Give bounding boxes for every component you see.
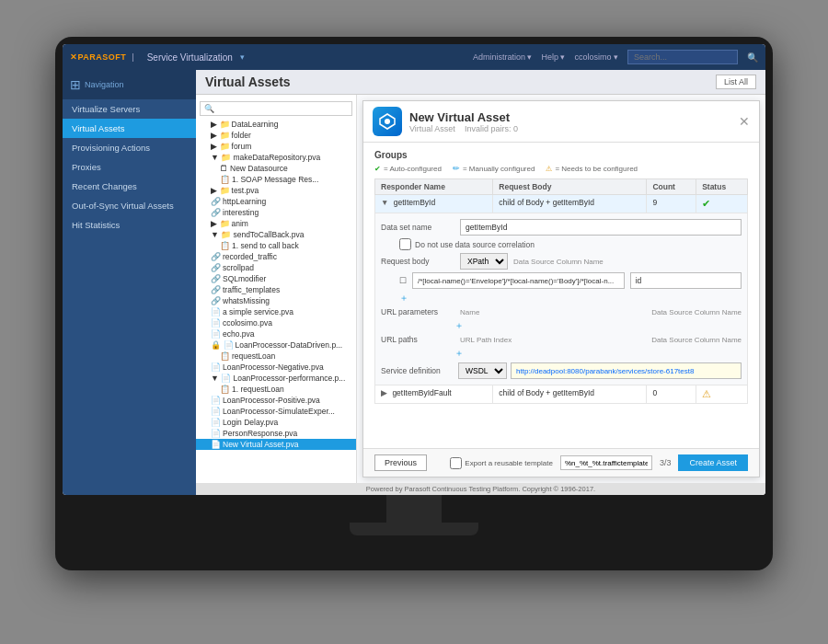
sidebar: ⊞ Navigation Virtualize Servers Virtual … xyxy=(63,70,196,495)
groups-table: Responder Name Request Body Count Status xyxy=(374,178,748,404)
tree-item[interactable]: ▼ 📄 LoanProcessor-performance.p... xyxy=(196,373,356,384)
dialog-panel: New Virtual Asset Virtual Asset Invalid … xyxy=(357,95,765,483)
groups-section-title: Groups xyxy=(374,150,748,160)
tree-item[interactable]: ▶ 📁 test.pva xyxy=(196,185,356,196)
row-expand-btn[interactable]: ▼ xyxy=(381,198,388,207)
monitor-screen: ✕PARASOFT | Service Virtualization ▾ Adm… xyxy=(63,44,765,495)
status-check-icon: ✔ xyxy=(702,198,710,209)
add-url-path-icon[interactable]: ＋ xyxy=(454,347,464,360)
sidebar-item-out-of-sync[interactable]: Out-of-Sync Virtual Assets xyxy=(63,196,196,215)
xpath-row2: ＋ xyxy=(399,292,742,305)
footer-bar: Powered by Parasoft Continuous Testing P… xyxy=(196,483,765,495)
tree-item[interactable]: 📄 Login Delay.pva xyxy=(196,417,356,428)
admin-menu[interactable]: Administration ▾ xyxy=(473,52,533,62)
dialog-title: New Virtual Asset xyxy=(409,110,518,124)
dialog-close-button[interactable]: ✕ xyxy=(739,114,750,129)
dialog-title-area: New Virtual Asset Virtual Asset Invalid … xyxy=(373,107,518,136)
tree-item[interactable]: 🗒 New Datasource xyxy=(196,163,356,174)
navbar-search-input[interactable] xyxy=(627,50,738,64)
svg-point-1 xyxy=(385,119,390,124)
sidebar-item-hit-statistics[interactable]: Hit Statistics xyxy=(63,215,196,235)
template-name-input[interactable] xyxy=(560,455,652,470)
list-all-button[interactable]: List All xyxy=(716,75,756,89)
footer-left: Previous xyxy=(374,454,427,471)
sidebar-item-virtualize-servers[interactable]: Virtualize Servers xyxy=(63,99,196,119)
tree-item[interactable]: 📄 ccolosimo.pva xyxy=(196,317,356,328)
tree-item[interactable]: 🔗 httpLearning xyxy=(196,196,356,207)
monitor: ✕PARASOFT | Service Virtualization ▾ Adm… xyxy=(55,37,773,570)
title-dropdown-icon[interactable]: ▾ xyxy=(240,52,245,62)
sidebar-item-proxies[interactable]: Proxies xyxy=(63,157,196,177)
tree-item[interactable]: ▼ 📁 makeDataRepository.pva xyxy=(196,152,356,163)
tree-item[interactable]: 📋 1. requestLoan xyxy=(196,384,356,395)
tree-item[interactable]: ▶ 📁 DataLearning xyxy=(196,119,356,130)
dialog-body: Groups ✔ = Auto-configured ✏ xyxy=(363,143,759,448)
service-url-input[interactable] xyxy=(511,362,742,379)
col-status: Status xyxy=(696,179,748,195)
sidebar-menu: Virtualize Servers Virtual Assets Provis… xyxy=(63,99,196,235)
legend-row: ✔ = Auto-configured ✏ = Manually configu… xyxy=(374,164,748,173)
tree-item[interactable]: ▶ 📁 folder xyxy=(196,130,356,141)
tree-item[interactable]: 📄 a simple service.pva xyxy=(196,306,356,317)
tree-item[interactable]: 🔗 recorded_traffic xyxy=(196,251,356,262)
detail-row-dataset: Data set name Do not use data source cor… xyxy=(375,213,748,385)
col-request-body: Request Body xyxy=(493,179,647,195)
tree-item[interactable]: 🔗 traffic_templates xyxy=(196,284,356,295)
data-set-name-input[interactable] xyxy=(460,219,742,236)
col-count: Count xyxy=(647,179,696,195)
request-body-row: Request body XPath SOAP JSON xyxy=(381,253,742,270)
legend-needs: ⚠ = Needs to be configured xyxy=(546,165,638,173)
app: ✕PARASOFT | Service Virtualization ▾ Adm… xyxy=(63,44,765,495)
navbar-search-button[interactable]: 🔍 xyxy=(747,52,758,63)
tree-item[interactable]: 📋 1. send to call back xyxy=(196,240,356,251)
tree-item[interactable]: 📄 PersonResponse.pva xyxy=(196,428,356,439)
tree-item[interactable]: 📄 LoanProcessor-Positive.pva xyxy=(196,395,356,406)
tree-item[interactable]: 🔗 scrollpad xyxy=(196,262,356,273)
sidebar-item-recent-changes[interactable]: Recent Changes xyxy=(63,177,196,196)
no-datasource-checkbox[interactable] xyxy=(399,238,411,250)
virtual-asset-icon xyxy=(373,107,402,136)
tree-item[interactable]: 🔗 whatsMissing xyxy=(196,295,356,306)
sidebar-nav-header: ⊞ Navigation xyxy=(63,70,196,99)
user-menu[interactable]: ccolosimo ▾ xyxy=(574,52,618,62)
tree-item[interactable]: 🔗 SQLmodifier xyxy=(196,273,356,284)
help-menu[interactable]: Help ▾ xyxy=(541,52,565,62)
page-indicator: 3/3 xyxy=(660,458,672,467)
service-type-select[interactable]: WSDL REST xyxy=(458,362,507,379)
tree-item[interactable]: 📄 LoanProcessor-SimulateExper... xyxy=(196,406,356,417)
row2-expand-btn[interactable]: ▶ xyxy=(381,388,387,397)
main-content: Virtual Assets List All ▶ 📁 DataLearning… xyxy=(196,70,765,495)
export-label: Export a reusable template xyxy=(450,457,553,469)
tree-item[interactable]: ▶ 📁 forum xyxy=(196,141,356,152)
nav-label: Navigation xyxy=(85,80,124,89)
main-header: Virtual Assets List All xyxy=(196,70,765,95)
monitor-stand-base xyxy=(350,523,478,535)
main-body: ▶ 📁 DataLearning ▶ 📁 folder ▶ 📁 forum ▼ … xyxy=(196,95,765,483)
xpath-input1[interactable] xyxy=(412,272,625,289)
tree-item[interactable]: 🔗 interesting xyxy=(196,207,356,218)
dialog-header: New Virtual Asset Virtual Asset Invalid … xyxy=(363,101,759,143)
previous-button[interactable]: Previous xyxy=(374,454,427,471)
app-body: ⊞ Navigation Virtualize Servers Virtual … xyxy=(63,70,765,495)
tree-item[interactable]: 📋 1. SOAP Message Res... xyxy=(196,174,356,185)
tree-search-input[interactable] xyxy=(200,101,352,116)
request-body-select[interactable]: XPath SOAP JSON xyxy=(460,253,508,270)
tree-item[interactable]: 🔒 📄 LoanProcessor-DataDriven.p... xyxy=(196,339,356,351)
url-params-row: URL parameters Name Data Source Column N… xyxy=(381,307,742,316)
page-title: Virtual Assets xyxy=(205,75,291,89)
tree-item[interactable]: 📄 LoanProcessor-Negative.pva xyxy=(196,362,356,373)
sidebar-item-virtual-assets[interactable]: Virtual Assets xyxy=(63,119,196,138)
tree-item-new-virtual-asset[interactable]: 📄 New Virtual Asset.pva xyxy=(196,439,356,450)
xpath-ds-col1[interactable] xyxy=(630,272,742,289)
navbar: ✕PARASOFT | Service Virtualization ▾ Adm… xyxy=(63,44,765,70)
add-xpath-icon[interactable]: ＋ xyxy=(399,292,408,305)
sidebar-item-provisioning-actions[interactable]: Provisioning Actions xyxy=(63,138,196,157)
xpath-row1: ☐ xyxy=(399,272,742,289)
add-url-param-icon[interactable]: ＋ xyxy=(454,319,464,332)
tree-item[interactable]: 📄 echo.pva xyxy=(196,328,356,339)
tree-item[interactable]: ▶ 📁 anim xyxy=(196,218,356,229)
create-asset-button[interactable]: Create Asset xyxy=(678,454,748,471)
tree-item[interactable]: 📋 requestLoan xyxy=(196,351,356,362)
export-checkbox[interactable] xyxy=(450,457,462,469)
tree-item[interactable]: ▼ 📁 sendToCallBack.pva xyxy=(196,229,356,240)
